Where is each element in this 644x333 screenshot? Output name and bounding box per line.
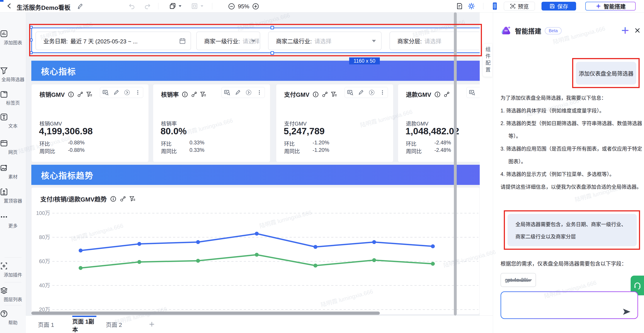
kebab-menu-icon[interactable]	[256, 90, 262, 96]
zoom-in-icon[interactable]	[252, 3, 259, 10]
sidebar-item-tab-page[interactable]: 标签页	[0, 90, 26, 106]
sidebar-item-add-plugin[interactable]: 添加插件	[0, 262, 26, 278]
expand-icon[interactable]	[369, 90, 375, 96]
close-panel-icon[interactable]	[634, 27, 641, 34]
trend-chart-card[interactable]: 支付/核销/退款GMV趋势 100万80万60万40万20万	[31, 187, 480, 314]
kpi-card-hexiao-gmv[interactable]: 核销GMV 核销GMV 4,199,306.98 环比-0.88% 周同比-0.…	[31, 84, 149, 162]
lineage-icon[interactable]	[444, 91, 450, 98]
smart-build-button[interactable]: 智能搭建	[585, 2, 636, 10]
edit-chart-icon[interactable]	[358, 90, 364, 96]
lineage-icon[interactable]	[322, 91, 328, 98]
lineage-icon[interactable]	[120, 196, 126, 202]
redo-icon[interactable]	[144, 3, 151, 10]
kpi-card-refund-gmv[interactable]: 退款GMV 退款GMV 1,048,482.02 环比-2.48% 周同比-2.…	[398, 84, 480, 162]
kpi-card-hexiao-rate[interactable]: 核销率 核销率 80.0% 环比0.33% 周同比0.33%	[153, 84, 270, 162]
view-data-icon[interactable]	[102, 90, 109, 96]
assistant-message: 为了添加仪表盘全局筛选器，我需要以下信息： 1. 筛选器的具体字段（例如维度或度…	[500, 92, 642, 193]
edit-chart-icon[interactable]	[480, 90, 480, 96]
info-icon[interactable]	[434, 91, 440, 98]
chat-input-border	[500, 292, 638, 319]
component-config-tab[interactable]: 组件配置	[483, 44, 492, 77]
sidebar-item-material[interactable]: 素材	[0, 164, 26, 180]
chart-title: 支付/核销/退款GMV趋势	[40, 194, 107, 203]
kpi-card-pay-gmv[interactable]: 支付GMV 支付GMV 5,247,789 环比-1.20% 周同比-1.20%	[276, 84, 394, 162]
sidebar-item-add-chart[interactable]: 添加图表	[0, 30, 26, 46]
info-icon[interactable]	[182, 91, 188, 98]
dashboard-canvas[interactable]: 业务日期: 最近 7 天 (2025-05-23 ~ ... 商家一级行业: 请…	[26, 12, 480, 333]
view-data-icon[interactable]	[347, 90, 353, 96]
sidebar-item-help[interactable]: 帮助	[0, 310, 26, 326]
horizontal-scrollbar[interactable]	[31, 312, 380, 315]
info-icon[interactable]	[312, 91, 319, 98]
copy-caret-icon[interactable]	[179, 5, 181, 7]
sidebar-item-text[interactable]: 文本	[0, 113, 26, 129]
group-widget-icon[interactable]	[191, 3, 198, 10]
filter-merchant-tier[interactable]: 商家分层: 请选择	[390, 32, 480, 50]
sidebar-item-global-filter[interactable]: 全局筛选器	[0, 66, 26, 82]
copy-widget-icon[interactable]	[169, 3, 176, 10]
save-button[interactable]: 保存	[542, 2, 576, 10]
model-selector[interactable]: gpt-4o-2024-...	[500, 273, 536, 287]
expand-icon[interactable]	[246, 90, 252, 96]
filter-config-icon[interactable]	[200, 91, 206, 98]
new-conversation-icon[interactable]	[622, 27, 629, 34]
kebab-menu-icon[interactable]	[135, 90, 141, 96]
kebab-menu-icon[interactable]	[380, 90, 386, 96]
mobile-preview-icon[interactable]	[491, 2, 498, 10]
corner-accent	[0, 0, 4, 2]
sidebar-item-more[interactable]: 更多	[0, 213, 26, 229]
edit-chart-icon[interactable]	[113, 90, 120, 96]
filter-config-icon[interactable]	[331, 91, 337, 98]
kpi-value: 4,199,306.98	[39, 126, 93, 136]
kpi-value: 1,048,482.02	[406, 126, 459, 136]
settings-gear-icon[interactable]	[468, 3, 475, 10]
page-settings-icon[interactable]	[456, 3, 463, 10]
tab-page-2[interactable]: 页面 2	[103, 316, 125, 333]
pin-top-icon	[0, 188, 8, 196]
back-button[interactable]	[6, 3, 13, 9]
zoom-out-icon[interactable]	[228, 3, 235, 10]
filter-config-icon[interactable]	[130, 196, 136, 202]
info-icon[interactable]	[68, 91, 74, 98]
image-sparkle-icon	[0, 164, 8, 172]
filter-industry-l1[interactable]: 商家一级行业: 请选择	[196, 32, 260, 50]
global-filter-widget[interactable]: 业务日期: 最近 7 天 (2025-05-23 ~ ... 商家一级行业: 请…	[31, 28, 480, 53]
tab-page-1-copy[interactable]: 页面 1副本	[72, 316, 96, 333]
filter-industry-l2[interactable]: 商家二级行业: 请选择	[268, 32, 382, 50]
resize-handle-top[interactable]	[270, 26, 274, 29]
sidebar-item-pinned-container[interactable]: 置顶容器	[0, 188, 26, 204]
preview-frame-icon	[510, 3, 516, 9]
resize-handle-bottom[interactable]	[270, 51, 274, 55]
sidebar-divider	[4, 282, 22, 282]
chat-input[interactable]	[501, 292, 638, 318]
edit-title-icon[interactable]	[77, 3, 83, 9]
vertical-scrollbar[interactable]	[454, 12, 457, 316]
view-data-icon[interactable]	[469, 90, 475, 96]
resize-handle-topleft[interactable]	[30, 26, 33, 29]
funnel-icon	[0, 66, 8, 74]
filter-business-date[interactable]: 业务日期: 最近 7 天 (2025-05-23 ~ ...	[36, 32, 191, 50]
sidebar-item-webpage[interactable]: 网页	[0, 139, 26, 155]
kpi-value: 80.0%	[160, 126, 187, 136]
view-data-icon[interactable]	[224, 90, 230, 96]
add-page-icon[interactable]	[148, 321, 155, 328]
lineage-icon[interactable]	[77, 91, 83, 98]
resize-handle-bottomleft[interactable]	[30, 51, 33, 54]
svg-text:60万: 60万	[39, 258, 50, 264]
group-caret-icon[interactable]	[201, 5, 203, 7]
resize-handle-left[interactable]	[30, 38, 33, 42]
preview-button[interactable]: 预览	[504, 2, 535, 10]
expand-icon[interactable]	[124, 90, 130, 96]
top-toolbar: 生活服务Demo看板 95%	[0, 0, 644, 12]
tab-page-1[interactable]: 页面 1	[28, 316, 64, 333]
info-icon[interactable]	[110, 196, 116, 202]
add-plugin-icon	[0, 262, 8, 270]
filter-config-icon[interactable]	[86, 91, 92, 98]
help-icon	[0, 310, 8, 318]
send-icon[interactable]	[622, 307, 631, 316]
edit-chart-icon[interactable]	[235, 90, 241, 96]
sidebar-item-layer-list[interactable]: 图层列表	[0, 286, 26, 302]
lineage-icon[interactable]	[191, 91, 197, 98]
undo-icon[interactable]	[128, 3, 135, 10]
zoom-level: 95%	[238, 3, 249, 10]
